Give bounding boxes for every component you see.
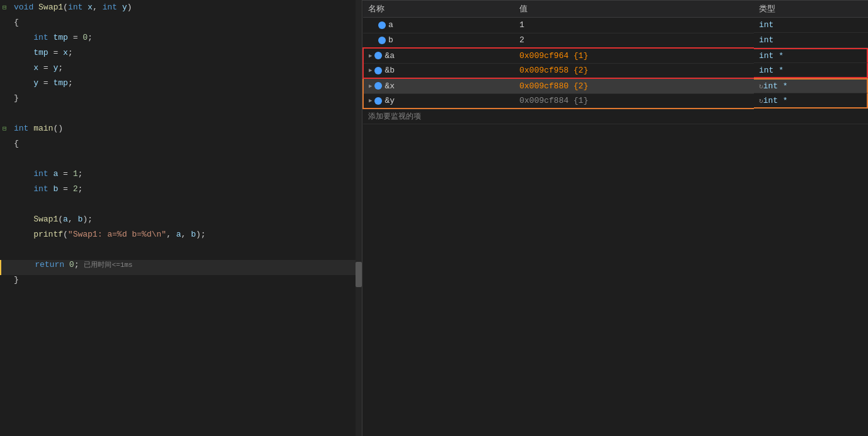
col-header-value: 值 xyxy=(514,1,754,18)
token-plain xyxy=(117,3,122,12)
type-text: int xyxy=(759,35,773,45)
token-plain: = xyxy=(68,33,83,42)
code-line-1: ⊟void Swap1(int x, int y) xyxy=(0,3,362,18)
watch-panel: 名称 值 类型 a1intb2int▶&a0x009cf964 {1}int *… xyxy=(362,0,868,436)
token-kw: int xyxy=(103,3,117,12)
line-content-17 xyxy=(14,245,359,254)
watch-row[interactable]: ▶&b0x009cf958 {2}int * xyxy=(363,63,868,78)
code-line-14 xyxy=(0,199,362,215)
expand-arrow-icon[interactable]: ▶ xyxy=(369,52,372,59)
token-param: tmp xyxy=(53,78,67,88)
watch-var-icon xyxy=(374,82,382,90)
watch-var-icon xyxy=(378,21,386,29)
code-line-19: } xyxy=(0,275,362,290)
token-plain: = xyxy=(38,78,53,88)
token-num: 0 xyxy=(83,33,88,42)
watch-var-type: int * xyxy=(754,48,868,63)
token-fn: main xyxy=(33,124,53,133)
token-kw: int xyxy=(33,169,48,179)
token-param: b xyxy=(191,230,196,239)
token-param: x xyxy=(88,3,93,12)
token-plain: () xyxy=(53,124,63,133)
line-content-19: } xyxy=(14,275,359,285)
token-fn: printf xyxy=(33,230,63,239)
type-text: int * xyxy=(759,66,784,75)
line-content-11 xyxy=(14,154,359,163)
code-line-7: } xyxy=(0,93,362,109)
token-param: tmp xyxy=(33,48,48,57)
watch-var-name: &b xyxy=(385,66,395,75)
watch-var-value: 1 xyxy=(514,18,754,33)
watch-name-cell: ▶&x xyxy=(363,78,514,93)
token-plain: ; xyxy=(68,78,73,88)
token-plain: ; xyxy=(88,33,93,42)
line-content-9: int main() xyxy=(14,124,359,133)
code-line-17 xyxy=(0,245,362,260)
line-content-3: int tmp = 0; xyxy=(14,33,359,42)
refresh-icon[interactable]: ↻ xyxy=(759,97,763,105)
token-param: x xyxy=(63,48,68,57)
watch-row[interactable]: ▶&y0x009cf884 {1}↻ int * xyxy=(363,93,868,109)
scrollbar-thumb[interactable] xyxy=(356,262,362,287)
watch-row[interactable]: ▶&a0x009cf964 {1}int * xyxy=(363,48,868,63)
code-line-6: y = tmp; xyxy=(0,78,362,93)
token-plain: ( xyxy=(63,3,68,12)
expand-arrow-icon[interactable]: ▶ xyxy=(369,97,372,104)
code-line-3: int tmp = 0; xyxy=(0,33,362,48)
token-plain: , xyxy=(93,3,103,12)
token-plain: ; xyxy=(74,260,79,269)
line-content-14 xyxy=(14,199,359,209)
watch-name-cell: ▶&b xyxy=(363,63,514,78)
line-content-2: { xyxy=(14,18,359,27)
line-content-10: { xyxy=(14,139,359,148)
type-text: int xyxy=(759,20,773,30)
watch-row[interactable]: a1int xyxy=(363,18,868,33)
token-kw: int xyxy=(68,3,83,12)
code-line-12: int a = 1; xyxy=(0,169,362,184)
watch-name-cell: ▶&a xyxy=(363,48,514,63)
line-content-5: x = y; xyxy=(14,63,359,73)
line-content-6: y = tmp; xyxy=(14,78,359,88)
code-line-8 xyxy=(0,109,362,124)
token-kw: int xyxy=(14,124,28,133)
token-num: 0 xyxy=(69,260,74,269)
watch-name-cell: a xyxy=(363,18,514,33)
code-area: ⊟void Swap1(int x, int y){ int tmp = 0; … xyxy=(0,0,362,436)
watch-row[interactable]: b2int xyxy=(363,33,868,48)
code-line-4: tmp = x; xyxy=(0,48,362,63)
token-plain: = xyxy=(58,169,72,179)
token-plain: } xyxy=(14,275,19,285)
token-param: y xyxy=(33,78,38,88)
token-plain xyxy=(83,3,88,12)
watch-row[interactable]: ▶&x0x009cf880 {2}↻ int * xyxy=(363,78,868,93)
token-plain: ; xyxy=(78,184,83,194)
expand-arrow-icon[interactable]: ▶ xyxy=(369,67,372,74)
watch-var-icon xyxy=(374,97,382,105)
watch-var-type: int xyxy=(754,33,868,48)
watch-name-cell: ▶&y xyxy=(363,93,514,109)
watch-var-icon xyxy=(374,52,382,59)
code-line-13: int b = 2; xyxy=(0,184,362,199)
refresh-icon[interactable]: ↻ xyxy=(759,82,763,90)
token-plain: ; xyxy=(68,48,73,57)
expand-arrow-icon[interactable]: ▶ xyxy=(369,83,372,90)
line-content-16: printf("Swap1: a=%d b=%d\n", a, b); xyxy=(14,230,359,239)
token-plain: = xyxy=(58,184,72,194)
editor-scrollbar[interactable] xyxy=(356,0,362,436)
token-plain: ( xyxy=(58,215,63,224)
code-line-5: x = y; xyxy=(0,63,362,78)
token-plain xyxy=(33,3,38,12)
watch-var-name: &a xyxy=(385,51,395,61)
watch-table-header: 名称 值 类型 xyxy=(363,1,868,18)
watch-var-name: a xyxy=(388,20,393,30)
token-plain: } xyxy=(14,93,19,103)
watch-var-type: int xyxy=(754,18,868,33)
add-watch-row[interactable]: 添加要监视的项 xyxy=(363,109,868,124)
line-content-13: int b = 2; xyxy=(14,184,359,194)
add-watch-label[interactable]: 添加要监视的项 xyxy=(363,109,868,124)
watch-var-value: 2 xyxy=(514,33,754,48)
token-fn: Swap1 xyxy=(33,215,58,224)
watch-var-icon xyxy=(378,37,386,44)
token-plain: , xyxy=(181,230,191,239)
token-plain: { xyxy=(14,139,19,148)
